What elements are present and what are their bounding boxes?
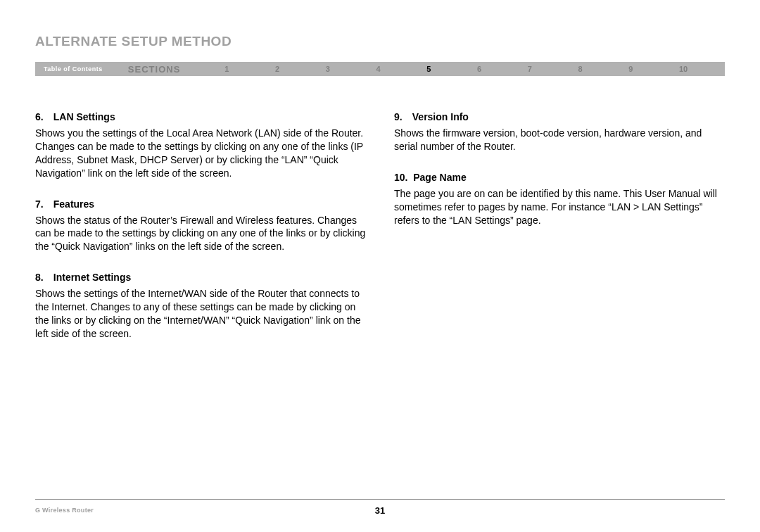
item-number: 10. <box>394 172 407 183</box>
section-link-10[interactable]: 10 <box>679 65 688 73</box>
item-heading: 8. Internet Settings <box>35 272 366 283</box>
content-item: 7. Features Shows the status of the Rout… <box>35 198 366 254</box>
section-link-1[interactable]: 1 <box>224 65 229 73</box>
content-item: 9. Version Info Shows the firmware versi… <box>394 111 725 153</box>
section-link-7[interactable]: 7 <box>528 65 532 73</box>
item-title: Internet Settings <box>53 272 131 283</box>
item-heading: 9. Version Info <box>394 111 725 122</box>
item-body: Shows the status of the Router’s Firewal… <box>35 214 366 254</box>
right-column: 9. Version Info Shows the firmware versi… <box>394 111 725 359</box>
section-link-5[interactable]: 5 <box>426 65 431 73</box>
page-title: ALTERNATE SETUP METHOD <box>35 34 725 49</box>
section-link-4[interactable]: 4 <box>376 65 380 73</box>
item-number: 7. <box>35 198 48 210</box>
sections-label: SECTIONS <box>128 64 180 75</box>
item-title: LAN Settings <box>53 111 115 122</box>
page-footer: G Wireless Router 31 <box>35 499 725 514</box>
content-area: 6. LAN Settings Shows you the settings o… <box>35 111 725 359</box>
left-column: 6. LAN Settings Shows you the settings o… <box>35 111 366 359</box>
item-title: Version Info <box>412 111 469 122</box>
document-page: ALTERNATE SETUP METHOD Table of Contents… <box>0 0 760 359</box>
item-number: 9. <box>394 111 407 122</box>
content-item: 8. Internet Settings Shows the settings … <box>35 272 366 341</box>
item-heading: 7. Features <box>35 198 366 210</box>
item-body: Shows you the settings of the Local Area… <box>35 127 366 180</box>
section-link-9[interactable]: 9 <box>628 65 633 73</box>
section-link-6[interactable]: 6 <box>477 65 481 73</box>
item-number: 8. <box>35 272 48 283</box>
section-link-8[interactable]: 8 <box>578 65 582 73</box>
item-heading: 10. Page Name <box>394 172 725 183</box>
section-navbar: Table of Contents SECTIONS 1 2 3 4 5 6 7… <box>35 62 725 76</box>
page-number: 31 <box>375 505 385 516</box>
content-item: 6. LAN Settings Shows you the settings o… <box>35 111 366 180</box>
content-item: 10. Page Name The page you are on can be… <box>394 172 725 227</box>
item-body: Shows the settings of the Internet/WAN s… <box>35 287 366 341</box>
toc-link[interactable]: Table of Contents <box>35 65 103 72</box>
section-link-2[interactable]: 2 <box>275 65 279 73</box>
item-number: 6. <box>35 111 48 122</box>
item-body: Shows the firmware version, boot-code ve… <box>394 127 725 153</box>
section-link-3[interactable]: 3 <box>326 65 330 73</box>
item-title: Page Name <box>413 172 466 183</box>
item-title: Features <box>53 198 94 210</box>
item-body: The page you are on can be identified by… <box>394 187 725 227</box>
item-heading: 6. LAN Settings <box>35 111 366 122</box>
footer-product-name: G Wireless Router <box>35 507 94 514</box>
sections-list: 1 2 3 4 5 6 7 8 9 10 <box>180 65 725 73</box>
